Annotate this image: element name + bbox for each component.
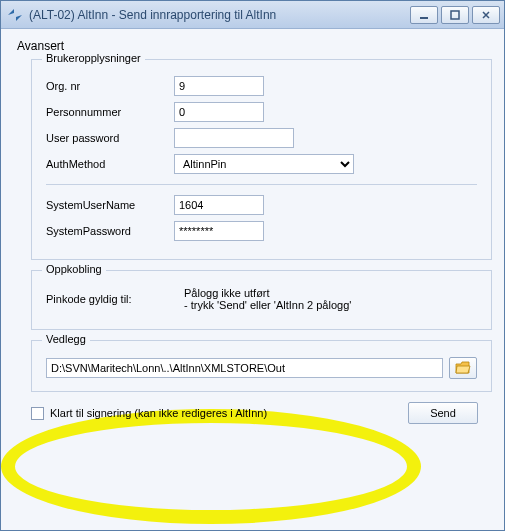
status-text: Pålogg ikke utført - trykk 'Send' eller … [184,287,351,311]
systempassword-input[interactable] [174,221,264,241]
signing-checkbox[interactable] [31,407,44,420]
svg-rect-0 [420,17,428,19]
browse-button[interactable] [449,357,477,379]
maximize-button[interactable] [441,6,469,24]
signing-checkbox-label: Klart til signering (kan ikke redigeres … [50,407,267,419]
group-legend-vedlegg: Vedlegg [42,333,90,345]
orgnr-label: Org. nr [46,80,166,92]
orgnr-input[interactable] [174,76,264,96]
highlight-annotation [1,409,421,524]
section-heading: Avansert [17,39,492,53]
checkbox-area[interactable]: Klart til signering (kan ikke redigeres … [31,407,267,420]
group-brukeropplysninger: Brukeropplysninger Org. nr Personnummer … [31,59,492,260]
authmethod-label: AuthMethod [46,158,166,170]
window: (ALT-02) AltInn - Send innrapportering t… [0,0,505,531]
vedlegg-path-input[interactable] [46,358,443,378]
app-icon [7,7,23,23]
sysuser-label: SystemUserName [46,199,166,211]
status-line2: - trykk 'Send' eller 'AltInn 2 pålogg' [184,299,351,311]
window-title: (ALT-02) AltInn - Send innrapportering t… [29,8,404,22]
minimize-button[interactable] [410,6,438,24]
body: Avansert Brukeropplysninger Org. nr Pers… [1,29,504,530]
personnummer-input[interactable] [174,102,264,122]
send-button[interactable]: Send [408,402,478,424]
group-legend-bruker: Brukeropplysninger [42,52,145,64]
user-password-input[interactable] [174,128,294,148]
systemusername-input[interactable] [174,195,264,215]
authmethod-select[interactable]: AltinnPin [174,154,354,174]
svg-rect-1 [451,11,459,19]
titlebar: (ALT-02) AltInn - Send innrapportering t… [1,1,504,29]
group-oppkobling: Oppkobling Pinkode gyldig til: Pålogg ik… [31,270,492,330]
group-legend-oppkobling: Oppkobling [42,263,106,275]
footer: Klart til signering (kan ikke redigeres … [31,402,478,424]
syspw-label: SystemPassword [46,225,166,237]
group-vedlegg: Vedlegg [31,340,492,392]
userpw-label: User password [46,132,166,144]
person-label: Personnummer [46,106,166,118]
pinkode-label: Pinkode gyldig til: [46,293,176,305]
status-line1: Pålogg ikke utført [184,287,351,299]
divider [46,184,477,185]
close-button[interactable] [472,6,500,24]
